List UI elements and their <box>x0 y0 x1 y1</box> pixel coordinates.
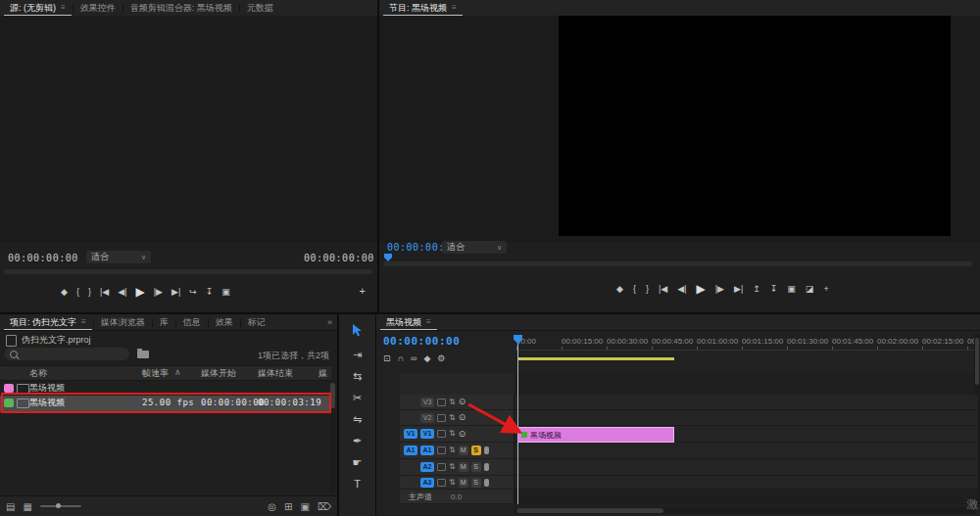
sync-lock-icon[interactable]: ⇅ <box>449 399 456 406</box>
track-header-a2[interactable]: A2 ⇅ M S <box>400 459 514 476</box>
sync-lock-icon[interactable]: ⇅ <box>449 430 456 438</box>
track-lock-icon[interactable] <box>437 463 446 471</box>
tab-effects[interactable]: 效果 <box>210 314 239 330</box>
overwrite-button[interactable]: ↧ <box>206 287 214 297</box>
timeline-horizontal-scrollbar[interactable] <box>514 507 975 514</box>
toggle-track-output-icon[interactable]: ⊙ <box>459 413 466 422</box>
find-button[interactable]: ◎ <box>268 501 276 512</box>
step-back-button[interactable]: ◀| <box>677 284 686 294</box>
track-header-v1[interactable]: V1 V1 ⇅ ⊙ <box>400 426 514 443</box>
export-frame-button[interactable]: ▣ <box>221 287 230 297</box>
step-forward-button[interactable]: |▶ <box>154 287 163 297</box>
toggle-track-output-icon[interactable]: ⊙ <box>459 430 466 439</box>
sync-lock-icon[interactable]: ⇅ <box>449 414 456 422</box>
mark-out-button[interactable]: } <box>646 284 649 294</box>
solo-button[interactable]: S <box>471 478 481 488</box>
insert-button[interactable]: ↪ <box>189 287 197 297</box>
track-target-badge[interactable]: A1 <box>420 446 434 455</box>
source-patch-empty[interactable] <box>404 462 417 472</box>
panel-menu-icon[interactable]: ≡ <box>426 314 431 330</box>
tab-source-monitor[interactable]: 源: (无剪辑) ≡ <box>4 0 72 16</box>
track-header-a1[interactable]: A1 A1 ⇅ M S <box>400 443 514 459</box>
tab-project[interactable]: 项目: 伪扫光文字 ≡ <box>4 314 92 330</box>
go-to-out-button[interactable]: ▶| <box>172 287 180 297</box>
new-bin-button[interactable]: ⊞ <box>284 501 292 512</box>
selection-tool-icon[interactable] <box>352 324 363 339</box>
toggle-track-output-icon[interactable]: ⊙ <box>459 398 466 406</box>
panel-menu-icon[interactable]: ≡ <box>452 0 457 16</box>
play-button[interactable]: ▶ <box>135 285 144 299</box>
lift-button[interactable]: ↥ <box>753 284 760 294</box>
track-header-v3[interactable]: V3 ⇅ ⊙ <box>400 395 514 410</box>
solo-button[interactable]: S <box>471 462 481 472</box>
voiceover-record-icon[interactable] <box>484 463 489 471</box>
button-editor-button[interactable]: + <box>823 284 828 294</box>
master-track-header[interactable]: 主声道 0.0 <box>400 490 514 504</box>
track-target-badge[interactable]: V2 <box>420 413 434 423</box>
step-forward-button[interactable]: |▶ <box>715 284 724 294</box>
tab-markers[interactable]: 标记 <box>242 314 271 330</box>
mark-in-button[interactable]: { <box>76 287 79 297</box>
track-lock-icon[interactable] <box>437 414 446 422</box>
source-patch-empty[interactable] <box>404 398 417 407</box>
source-patch-empty[interactable] <box>404 478 417 488</box>
linked-selection-icon[interactable]: ∞ <box>411 353 416 363</box>
track-lane-a1[interactable] <box>514 443 978 459</box>
item-name[interactable]: 黑场视频 <box>29 382 65 395</box>
track-target-badge[interactable]: V1 <box>420 429 434 439</box>
track-header-v2[interactable]: V2 ⇅ ⊙ <box>400 410 514 426</box>
razor-tool-icon[interactable]: ✂ <box>353 393 362 403</box>
track-select-tool-icon[interactable]: ⇥ <box>353 350 362 360</box>
ripple-edit-tool-icon[interactable]: ⇆ <box>353 371 362 382</box>
item-name[interactable]: 黑场视频 <box>29 397 65 409</box>
track-header-a3[interactable]: A3 ⇅ M S <box>400 476 514 490</box>
go-to-in-button[interactable]: |◀ <box>659 284 667 294</box>
tab-info[interactable]: 信息 <box>177 314 207 330</box>
track-lane-a3[interactable] <box>514 476 978 490</box>
project-list-header[interactable]: 名称 帧速率 ∧ 媒体开始 媒体结束 媒 <box>0 365 331 381</box>
snap-toggle-icon[interactable]: ∩ <box>398 353 404 363</box>
add-marker-button[interactable]: ◆ <box>616 284 623 294</box>
panel-menu-icon[interactable]: ≡ <box>81 314 86 330</box>
add-marker-button[interactable]: ◆ <box>61 287 68 297</box>
project-row-selected[interactable]: 黑场视频 25.00 fps 00:00:00:00 00:00:03:19 <box>0 396 331 412</box>
track-target-badge[interactable]: V3 <box>420 398 434 407</box>
add-marker-button[interactable]: ◆ <box>423 353 430 363</box>
comparison-view-button[interactable]: ◪ <box>806 284 814 294</box>
program-playhead-icon[interactable] <box>384 254 392 261</box>
go-to-out-button[interactable]: ▶| <box>734 284 743 294</box>
program-zoom-select[interactable]: 适合 ∨ <box>442 241 507 254</box>
column-fps[interactable]: 帧速率 <box>142 367 169 380</box>
column-media-start[interactable]: 媒体开始 <box>201 367 236 380</box>
voiceover-record-icon[interactable] <box>484 479 489 487</box>
export-frame-button[interactable]: ▣ <box>787 284 796 294</box>
track-lock-icon[interactable] <box>437 430 446 438</box>
timeline-clip[interactable]: 黑场视频 <box>517 427 674 443</box>
project-row-sequence[interactable]: 黑场视频 <box>0 381 331 396</box>
tab-sequence[interactable]: 黑场视频 ≡ <box>380 314 437 330</box>
tab-libraries[interactable]: 库 <box>154 314 174 330</box>
tab-metadata[interactable]: 元数据 <box>241 0 279 16</box>
track-lock-icon[interactable] <box>437 446 446 454</box>
step-back-button[interactable]: ◀| <box>118 287 126 297</box>
pen-tool-icon[interactable]: ✒ <box>353 436 362 446</box>
type-tool-icon[interactable]: T <box>354 479 361 490</box>
track-lane-a2[interactable] <box>514 459 978 476</box>
new-item-button[interactable]: ▣ <box>300 501 309 512</box>
mark-in-button[interactable]: { <box>633 284 636 294</box>
go-to-in-button[interactable]: |◀ <box>100 287 109 297</box>
column-truncated[interactable]: 媒 <box>318 367 327 380</box>
mark-out-button[interactable]: } <box>88 287 91 297</box>
button-editor-button[interactable]: + <box>360 285 366 297</box>
nest-toggle-icon[interactable]: ⊡ <box>383 353 391 363</box>
project-file-row[interactable]: 伪扫光文字.prproj <box>6 334 91 347</box>
mute-button[interactable]: M <box>459 446 468 455</box>
tab-effect-controls[interactable]: 效果控件 <box>74 0 122 16</box>
tab-overflow-icon[interactable]: » <box>327 317 332 327</box>
timeline-settings-icon[interactable]: ⚙ <box>437 353 445 363</box>
track-target-badge[interactable]: A2 <box>420 462 434 472</box>
icon-view-button[interactable]: ▦ <box>23 501 31 512</box>
track-lock-icon[interactable] <box>437 479 446 487</box>
time-ruler[interactable]: 00:00 00:00:15:00 00:00:30:00 00:00:45:0… <box>514 334 978 351</box>
track-lock-icon[interactable] <box>437 399 446 406</box>
